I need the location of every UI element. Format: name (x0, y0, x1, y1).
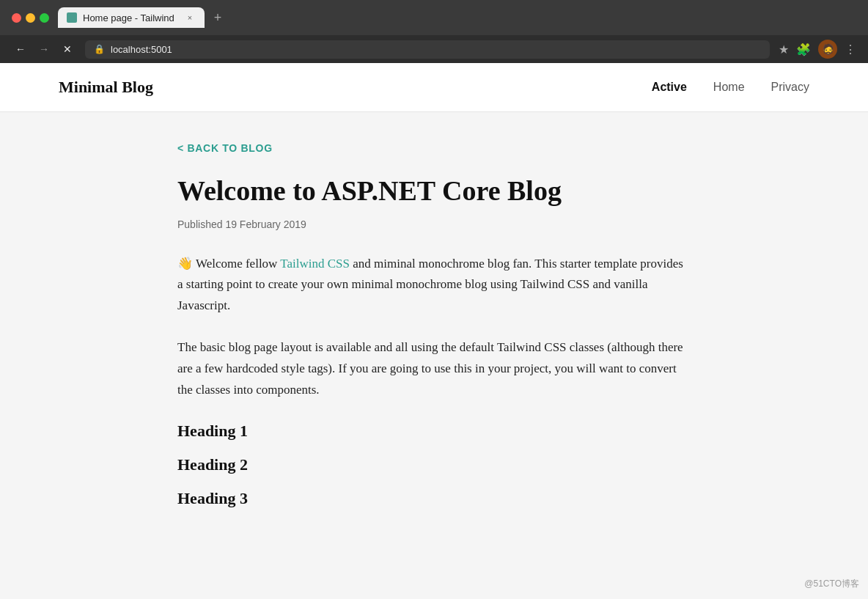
reload-button[interactable]: ✕ (59, 40, 76, 58)
page-content: Minimal Blog Active Home Privacy < BACK … (0, 63, 868, 591)
watermark: @51CTO博客 (804, 578, 859, 590)
bookmark-icon[interactable]: ★ (779, 43, 789, 56)
browser-tabs: Home page - Tailwind × + (58, 7, 856, 28)
browser-actions: ★ 🧩 🧔 ⋮ (779, 40, 856, 59)
site-header: Minimal Blog Active Home Privacy (0, 63, 868, 112)
browser-nav-buttons: ← → ✕ (12, 40, 76, 58)
tab-favicon-icon (67, 12, 77, 23)
forward-button[interactable]: → (35, 40, 53, 58)
article-date: Published 19 February 2019 (177, 218, 691, 230)
browser-chrome: Home page - Tailwind × + ← → ✕ 🔒 localho… (0, 0, 868, 63)
site-logo: Minimal Blog (59, 78, 153, 97)
close-traffic-light[interactable] (12, 13, 21, 23)
site-nav: Active Home Privacy (652, 81, 809, 94)
url-text: localhost:5001 (111, 44, 172, 55)
article-heading-3: Heading 3 (177, 489, 691, 508)
active-browser-tab[interactable]: Home page - Tailwind × (58, 7, 205, 28)
nav-item-active[interactable]: Active (652, 81, 687, 94)
browser-addressbar: ← → ✕ 🔒 localhost:5001 ★ 🧩 🧔 ⋮ (0, 35, 868, 63)
extension-icon[interactable]: 🧩 (796, 43, 811, 56)
nav-item-privacy[interactable]: Privacy (771, 81, 809, 94)
traffic-lights (12, 13, 49, 23)
article-body: 👋 Welcome fellow Tailwind CSS and mimina… (177, 254, 691, 508)
maximize-traffic-light[interactable] (40, 13, 49, 23)
tailwind-css-link[interactable]: Tailwind CSS (280, 257, 350, 271)
user-avatar[interactable]: 🧔 (818, 40, 837, 59)
menu-icon[interactable]: ⋮ (845, 43, 856, 56)
lock-icon: 🔒 (94, 44, 105, 54)
article-title: Welcome to ASP.NET Core Blog (177, 174, 691, 208)
tab-close-button[interactable]: × (184, 12, 196, 23)
article-paragraph-2: The basic blog page layout is available … (177, 337, 691, 401)
tab-title: Home page - Tailwind (83, 12, 178, 23)
wave-emoji: 👋 Welcome fellow (177, 257, 280, 271)
article-heading-2: Heading 2 (177, 455, 691, 474)
back-to-blog-link[interactable]: < BACK TO BLOG (177, 142, 273, 154)
back-button[interactable]: ← (12, 40, 29, 58)
nav-item-home[interactable]: Home (713, 81, 745, 94)
new-tab-button[interactable]: + (207, 7, 228, 28)
browser-titlebar: Home page - Tailwind × + (0, 0, 868, 35)
address-bar[interactable]: 🔒 localhost:5001 (85, 40, 770, 59)
minimize-traffic-light[interactable] (26, 13, 35, 23)
article-heading-1: Heading 1 (177, 422, 691, 441)
article-paragraph-1: 👋 Welcome fellow Tailwind CSS and mimina… (177, 254, 691, 317)
article-container: < BACK TO BLOG Welcome to ASP.NET Core B… (119, 112, 749, 567)
